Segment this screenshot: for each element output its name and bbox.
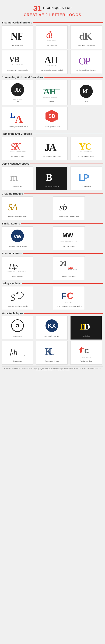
svg-text:dK: dK bbox=[79, 30, 92, 41]
logo-img-vb: VB VILLABOUND bbox=[3, 52, 32, 68]
logo-card-sb2: sb Curved Strokes Between Letters bbox=[53, 196, 85, 220]
swan-svg: S bbox=[9, 289, 26, 303]
logo-label-ah: Making Angled Strokes Vertical bbox=[41, 69, 63, 72]
kl-circle: kL bbox=[80, 85, 93, 98]
ah-svg: AH bbox=[44, 53, 60, 64]
svg-text:L: L bbox=[10, 111, 15, 120]
ja-svg: JA bbox=[44, 140, 59, 152]
section-rotating: Rotating Letters bbox=[2, 252, 103, 255]
fc-sub: FIT CAT bbox=[60, 302, 78, 303]
vb-sub: VILLABOUND bbox=[9, 64, 26, 65]
logo-grid-similar: VW Letters with Similar Strokes MW MARKW… bbox=[2, 226, 103, 250]
logo-img-yc: YC YELLOW STROKE bbox=[72, 138, 100, 154]
logo-card-artm: M ART MACHINE Upside-Down Letters bbox=[53, 256, 85, 280]
logo-label-sb: Flattening Out a Curve bbox=[44, 126, 60, 129]
logo-card-kx: KX Just Barely Touching bbox=[36, 316, 68, 340]
logo-card-vb: VB VILLABOUND Making Vertical Strokes An… bbox=[2, 50, 33, 74]
logo-label-k: Transparent Overlap bbox=[44, 360, 59, 363]
logo-card-nf: NF Two Uppercase bbox=[2, 26, 33, 49]
logo-img-dd: D D bbox=[72, 318, 100, 334]
di-sub: diana hallen bbox=[45, 40, 59, 41]
logo-img-kx: KX bbox=[37, 318, 66, 334]
logo-label-nf: Two Uppercase bbox=[12, 44, 23, 48]
logo-img-jr: JR bbox=[3, 82, 32, 98]
logo-img-hp: Hp SPARHANGER HORSECARE bbox=[3, 258, 32, 274]
section-title-text: Sharing Vertical Strokes bbox=[2, 21, 32, 24]
lp-svg: LP bbox=[78, 170, 94, 182]
logo-label-mw: Mirrored Letters bbox=[63, 246, 74, 249]
section-sharing-vertical: Sharing Vertical Strokes bbox=[2, 21, 103, 24]
mw-svg: MW bbox=[62, 230, 76, 240]
logo-card-la: L A Connecting at Different Levels bbox=[2, 107, 33, 130]
section-rotating-text: Rotating Letters bbox=[2, 252, 22, 255]
logo-card-k: K L Transparent Overlap bbox=[36, 341, 68, 364]
logo-label-vw: Letters with Similar Strokes bbox=[8, 246, 27, 249]
logo-card-ah: AH ALAN HANNAH Making Angled Strokes Ver… bbox=[36, 50, 68, 74]
hp-svg: Hp bbox=[8, 260, 27, 270]
section-more: More Techniques bbox=[2, 312, 103, 315]
logo-label-sk: Removing Strokes bbox=[11, 156, 24, 159]
svg-text:LP: LP bbox=[78, 172, 89, 182]
logo-label-tc: Variations in Color bbox=[80, 360, 92, 363]
logo-img-k: K L bbox=[37, 343, 66, 358]
title-line1: 31 TECHNIQUES FOR bbox=[4, 4, 102, 12]
ah2-sub: ALIREZA HOLDING CO. bbox=[43, 96, 60, 98]
footer: All logos are property of their respecti… bbox=[2, 366, 103, 372]
logo-label-dk: Lowercase-Uppercase Mix bbox=[77, 44, 96, 48]
logo-label-sb2: Curved Strokes Between Letters bbox=[58, 216, 80, 219]
title-text1: TECHNIQUES FOR bbox=[43, 6, 72, 10]
logo-card-jr: JR Jarod Richards Top bbox=[2, 80, 33, 105]
logo-label-b: Manipulating Space bbox=[45, 186, 58, 189]
jr-sub: Jarod Richards bbox=[13, 98, 22, 100]
sb-hex: SB bbox=[46, 110, 58, 122]
logo-img-fc: F C FIT CAT bbox=[54, 288, 84, 304]
logo-card-ja: JA Removing Part of a Stroke bbox=[36, 136, 68, 160]
kx-text: KX bbox=[48, 322, 56, 329]
logo-card-dd: D D Interlocking bbox=[70, 316, 102, 340]
logo-img-swan: S bbox=[3, 288, 32, 304]
tc-svg: t C bbox=[78, 344, 94, 356]
section-crossbars: Connecting Horizontal Crossbars bbox=[2, 76, 103, 79]
section-crossbars-text: Connecting Horizontal Crossbars bbox=[2, 76, 44, 79]
svg-rect-33 bbox=[82, 347, 82, 352]
logo-img-artm: M ART MACHINE bbox=[54, 258, 84, 274]
section-similar: Similar Letters bbox=[2, 222, 103, 225]
logo-img-di: di diana hallen bbox=[37, 27, 66, 43]
svg-text:AH: AH bbox=[44, 55, 58, 64]
logo-grid-more: C Inset Letters KX Just Barely Touching … bbox=[2, 316, 103, 364]
logo-img-sb2: sb bbox=[54, 198, 84, 214]
logo-label-kh: Handwritten bbox=[13, 360, 22, 363]
logo-card-sk: SK SALOME KLOFFENSTEIN Removing Strokes bbox=[2, 136, 33, 160]
svg-text:VB: VB bbox=[9, 55, 20, 64]
ah2-svg: AH bbox=[43, 85, 60, 96]
logo-card-b: B Manipulating Space bbox=[36, 166, 68, 190]
logo-label-di: Two Lowercase bbox=[46, 44, 58, 48]
logo-img-kl: kL bbox=[72, 83, 100, 99]
svg-text:JA: JA bbox=[45, 142, 56, 152]
logo-img-ah: AH ALAN HANNAH bbox=[37, 52, 66, 68]
svg-text:C: C bbox=[84, 348, 89, 355]
kl-text: kL bbox=[82, 88, 90, 94]
section-symbols-text: Using Symbols bbox=[2, 282, 21, 285]
logo-label-fc: Turning Negative Space Into Symbols bbox=[56, 305, 82, 308]
kx-circle: KX bbox=[46, 319, 58, 332]
logo-img-ja: JA bbox=[37, 138, 66, 154]
mw-sub: MARKWEAVER DESIGN bbox=[60, 241, 77, 242]
logo-img-op: OP bbox=[72, 52, 100, 68]
svg-text:C: C bbox=[67, 291, 73, 301]
hp-sub: SPARHANGER HORSECARE bbox=[8, 271, 28, 272]
svg-text:YC: YC bbox=[79, 142, 91, 150]
yc-svg: YC bbox=[79, 140, 94, 150]
logo-img-vw: VW bbox=[3, 228, 32, 244]
sk-sub: SALOME KLOFFENSTEIN bbox=[8, 151, 26, 152]
vb-svg: VB bbox=[9, 54, 26, 64]
logo-card-op: OP Blending Straight and Curved bbox=[70, 50, 102, 74]
logo-label-vb: Making Vertical Strokes Angled bbox=[7, 69, 28, 72]
title-number: 31 bbox=[33, 4, 42, 12]
empty-cell bbox=[70, 107, 103, 130]
logo-card-swan: S Turning Letters into Symbols bbox=[2, 286, 33, 310]
logo-label-la: Connecting at Different Levels bbox=[7, 126, 28, 129]
section-negative-text: Using Negative Space bbox=[2, 162, 29, 165]
logo-card-kh: kh Handwritten bbox=[2, 341, 33, 364]
logo-img-b: B bbox=[37, 168, 66, 184]
